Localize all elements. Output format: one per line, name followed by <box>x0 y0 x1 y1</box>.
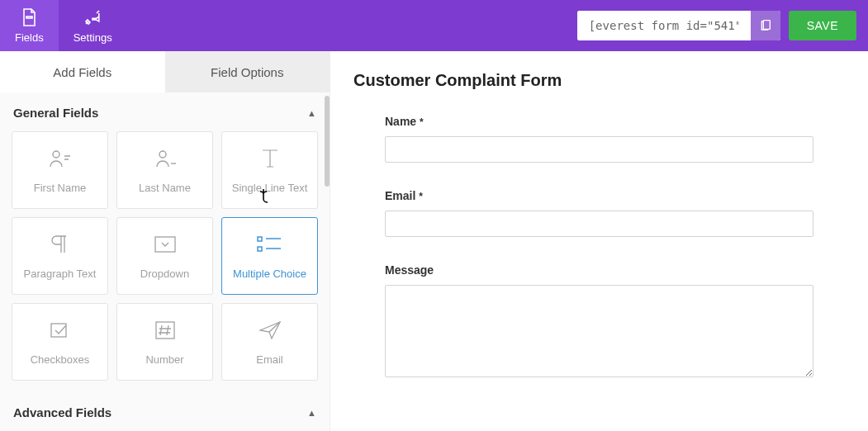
chevron-up-icon: ▲ <box>307 108 316 118</box>
nav-fields[interactable]: Fields <box>0 0 59 51</box>
svg-rect-7 <box>51 324 66 337</box>
checkbox-icon <box>50 319 71 342</box>
svg-rect-5 <box>258 237 262 241</box>
person-icon <box>48 147 73 170</box>
person-icon <box>153 147 178 170</box>
nav-settings-label: Settings <box>74 31 112 44</box>
email-input[interactable] <box>385 211 813 237</box>
section-general-fields[interactable]: General Fields ▲ <box>0 92 330 131</box>
svg-rect-8 <box>156 322 174 339</box>
nav-settings[interactable]: Settings <box>59 0 127 51</box>
form-title: Customer Complaint Form <box>353 71 845 90</box>
form-field-email[interactable]: Email * <box>385 189 813 237</box>
svg-rect-6 <box>258 247 262 251</box>
name-input[interactable] <box>385 136 813 163</box>
shortcode-box <box>577 11 780 40</box>
field-email[interactable]: Email <box>221 303 318 381</box>
copy-shortcode-button[interactable] <box>751 11 780 40</box>
svg-rect-0 <box>26 17 32 18</box>
svg-rect-1 <box>763 20 770 29</box>
field-last-name[interactable]: Last Name <box>116 131 213 209</box>
form-canvas: Customer Complaint Form Name * Email * M… <box>330 51 868 431</box>
save-button[interactable]: SAVE <box>789 11 856 40</box>
field-multiple-choice[interactable]: Multiple Choice <box>221 217 318 295</box>
svg-rect-4 <box>155 237 175 252</box>
field-number[interactable]: Number <box>116 303 213 381</box>
clipboard-icon <box>759 18 772 34</box>
svg-point-2 <box>53 151 59 158</box>
scrollbar[interactable] <box>325 96 330 187</box>
form-field-name[interactable]: Name * <box>385 115 813 163</box>
name-label: Name * <box>385 115 813 128</box>
svg-point-3 <box>159 151 166 158</box>
field-single-line-text[interactable]: Single Line Text <box>221 131 318 209</box>
hash-icon <box>154 319 176 342</box>
top-toolbar: Fields Settings SAVE <box>0 0 868 51</box>
chevron-up-icon: ▲ <box>307 408 316 418</box>
message-textarea[interactable] <box>385 285 813 377</box>
sidebar: Add Fields Field Options General Fields … <box>0 51 330 431</box>
settings-icon <box>83 7 102 30</box>
section-advanced-fields[interactable]: Advanced Fields ▲ <box>0 392 330 431</box>
dropdown-icon <box>154 233 177 256</box>
cursor-icon <box>260 188 273 206</box>
radio-list-icon <box>257 233 283 256</box>
field-paragraph-text[interactable]: Paragraph Text <box>12 217 108 295</box>
form-field-message[interactable]: Message <box>385 263 813 380</box>
message-label: Message <box>385 263 813 277</box>
tab-add-fields[interactable]: Add Fields <box>0 51 165 92</box>
paragraph-icon <box>50 233 71 256</box>
tab-field-options[interactable]: Field Options <box>165 51 330 92</box>
field-dropdown[interactable]: Dropdown <box>116 217 213 295</box>
shortcode-input[interactable] <box>577 11 751 40</box>
fields-icon <box>19 7 39 30</box>
nav-fields-label: Fields <box>15 31 44 44</box>
text-icon <box>258 147 282 170</box>
send-icon <box>259 319 282 342</box>
field-checkboxes[interactable]: Checkboxes <box>12 303 108 381</box>
email-label: Email * <box>385 189 813 202</box>
field-first-name[interactable]: First Name <box>12 131 108 209</box>
